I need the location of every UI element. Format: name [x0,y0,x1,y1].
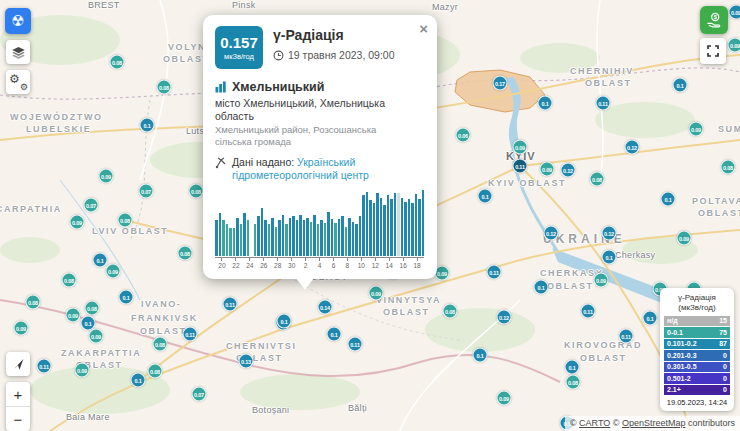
radiation-marker[interactable]: 0.08 [85,301,100,316]
radiation-marker[interactable]: 0.09 [14,321,29,336]
radiation-marker[interactable]: 0.17 [493,76,508,91]
radiation-marker[interactable]: 0.12 [625,140,640,155]
radiation-marker[interactable]: 0.09 [75,363,90,378]
legend-row: 0.201-0.30 [664,350,730,361]
carto-link[interactable]: CARTO [579,418,610,428]
chart-bar [317,224,320,256]
radiation-marker[interactable]: 0.12 [544,226,559,241]
chart-bar [229,228,232,256]
radiation-marker[interactable]: 0.11 [183,327,198,342]
radiation-marker[interactable]: 0.08 [590,172,605,187]
locate-button[interactable] [6,352,30,376]
radiation-marker[interactable]: 0.1 [277,314,292,329]
radiation-marker[interactable]: 0.08 [110,55,125,70]
radiation-marker[interactable]: 0.08 [118,213,133,228]
radiation-marker[interactable]: 0.11 [487,265,502,280]
radiation-marker[interactable]: 0.08 [566,375,581,390]
openstreetmap-link[interactable]: OpenStreetMap [622,418,686,428]
radiation-marker[interactable]: 0.1 [478,189,493,204]
chart-bar [369,200,372,256]
radiation-marker[interactable]: 0.08 [26,295,41,310]
map-label: OBLAST [547,281,594,291]
radiation-marker[interactable]: 0.1 [140,118,155,133]
gears-icon: ⚙ ⚙ [9,73,27,91]
radiation-marker[interactable]: 0.13 [239,354,254,369]
map-label: Bălți [348,403,367,413]
close-icon[interactable]: × [419,21,428,36]
fullscreen-button[interactable] [700,38,726,64]
settings-button[interactable]: ⚙ ⚙ [6,70,30,94]
locate-icon [12,358,25,371]
radiation-marker[interactable]: 0.07 [84,198,99,213]
radiation-marker[interactable]: 0.09 [497,391,512,406]
radiation-marker[interactable]: 0.1 [602,250,617,265]
radiation-marker[interactable]: 0.1 [643,311,658,326]
radiation-marker[interactable]: 0.11 [348,337,363,352]
radiation-marker[interactable]: 0.08 [62,273,77,288]
radiation-marker[interactable]: 0.11 [596,96,611,111]
radiation-marker[interactable]: 0.1 [473,348,488,363]
legend-rows: н/д150-0.1750.101-0.2870.201-0.300.301-0… [664,316,730,396]
radiation-marker[interactable]: 0.1 [131,373,146,388]
radiation-marker[interactable]: 0.09 [540,162,555,177]
chart-bar [334,223,337,256]
radiation-marker[interactable]: 0.09 [689,122,704,137]
radiation-marker[interactable]: 0.1 [119,290,134,305]
radiation-marker[interactable]: 0.09 [99,169,114,184]
radiation-marker[interactable]: 0.09 [66,308,81,323]
chart-tick-label: 24 [243,258,257,269]
radiation-marker[interactable]: 0.11 [37,359,52,374]
radiation-marker[interactable]: 0.09 [594,273,609,288]
radiation-marker[interactable]: 0.09 [677,231,692,246]
radiation-marker[interactable]: 0.14 [318,300,333,315]
zoom-out-button[interactable]: − [6,406,30,431]
radiation-marker[interactable]: 0.12 [602,226,617,241]
radiation-marker[interactable]: 0.11 [513,159,528,174]
radiation-marker[interactable]: 0.09 [728,38,740,53]
chart-bar [352,222,355,256]
radiation-marker[interactable]: 0.1 [538,96,553,111]
chart-bar [243,213,246,256]
station-address: місто Хмельницький, Хмельницька область [215,97,424,123]
radiation-marker[interactable]: 0.08 [157,80,172,95]
radiation-marker[interactable]: 0.08 [153,337,168,352]
radiation-value: 0.157 [220,35,258,51]
map-label: KYIV OBLAST [488,178,566,188]
radiation-marker[interactable]: 0.11 [223,297,238,312]
radiation-marker[interactable]: 0.1 [327,327,342,342]
zoom-in-button[interactable]: + [6,382,30,406]
station-icon [215,81,227,93]
radiation-marker[interactable]: 0.09 [106,264,121,279]
radiation-marker[interactable]: 0.07 [192,387,207,402]
chart-bar [373,203,376,256]
chart-bar [247,220,250,256]
provided-by-label: Дані надано: [232,156,297,168]
radiation-marker[interactable]: 0.09 [513,140,528,155]
radiation-marker[interactable]: 0.09 [89,329,104,344]
radiation-marker[interactable]: 0.06 [456,128,471,143]
radiation-marker[interactable]: 0.1 [565,360,580,375]
radiation-marker[interactable]: 0.1 [93,253,108,268]
radiation-marker[interactable]: 0.07 [139,184,154,199]
radiation-marker[interactable]: 0.08 [148,364,163,379]
radiation-marker[interactable]: 0.12 [561,163,576,178]
radiation-marker[interactable]: 0.08 [721,160,736,175]
radiation-marker[interactable]: 0.08 [443,304,458,319]
radiation-marker[interactable]: 0.11 [581,304,596,319]
radiation-marker[interactable]: 0.09 [729,5,740,20]
radiation-marker[interactable]: 0.08 [189,184,204,199]
donate-button[interactable]: $ [700,6,728,34]
radiation-marker[interactable]: 0.12 [497,310,512,325]
radiation-marker[interactable]: 0.09 [369,286,384,301]
radiation-marker[interactable]: 0.1 [534,280,549,295]
layers-button[interactable] [6,40,30,64]
radiation-marker[interactable]: 0.09 [70,215,85,230]
radiation-marker[interactable]: 0.08 [178,246,193,261]
legend-unit: (мкЗв/год) [664,303,730,313]
station-district: Хмельницький район, Розсошанська сільськ… [215,124,415,148]
radiation-marker[interactable]: 0.1 [661,192,676,207]
radiation-layer-button[interactable]: ☢ [5,8,31,34]
chart-bar [390,199,393,256]
radiation-marker[interactable]: 0.11 [619,329,634,344]
radiation-marker[interactable]: 0.1 [673,78,688,93]
